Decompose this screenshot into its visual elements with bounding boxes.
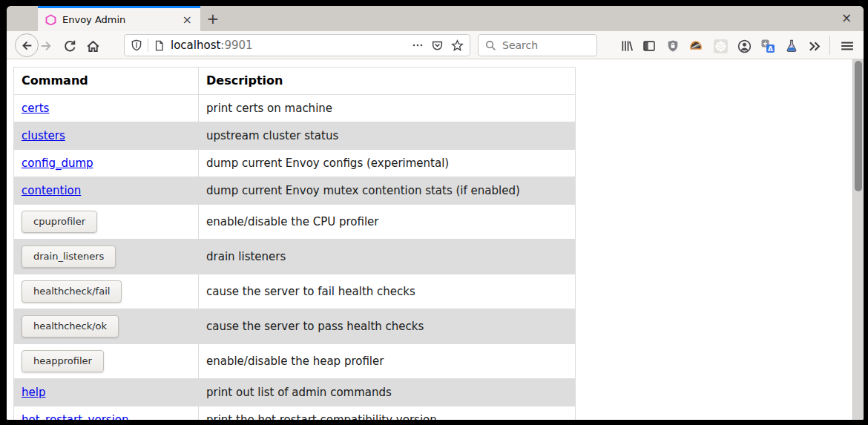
translate-extension-button[interactable]: A [760,38,776,54]
command-link[interactable]: contention [22,184,81,197]
vertical-scrollbar[interactable] [852,59,864,420]
page-actions-dots-icon[interactable] [412,39,424,51]
account-icon [737,39,752,53]
svg-text:A: A [768,45,773,53]
command-description: enable/disable the heap profiler [199,344,576,379]
command-column-header: Command [14,67,199,95]
forward-arrow-icon [39,39,53,53]
library-button[interactable] [619,38,635,54]
command-description: drain listeners [199,240,576,274]
admin-commands-table: Command Description certs print certs on… [13,67,576,420]
url-host: localhost [171,39,220,52]
navigation-toolbar: localhost:9901 [7,31,864,59]
experiments-extension-button[interactable] [783,38,800,54]
tab-close-icon[interactable]: × [180,14,194,26]
search-bar[interactable] [478,34,597,56]
reload-button[interactable] [62,38,78,54]
table-row: healthcheck/fail cause the server to fai… [14,274,576,309]
page-content: Command Description certs print certs on… [7,59,852,420]
home-icon [86,39,100,53]
account-button[interactable] [736,38,752,54]
command-button[interactable]: drain_listeners [22,246,116,268]
command-description: dump current Envoy configs (experimental… [199,150,576,177]
shield-lock-icon [666,39,680,53]
command-description: cause the server to pass health checks [199,309,576,344]
tab-envoy-admin[interactable]: Envoy Admin × [38,6,200,31]
shield-lock-extension-button[interactable] [665,38,681,54]
url-port: :9901 [220,39,252,52]
url-text[interactable]: localhost:9901 [171,39,412,52]
command-description: enable/disable the CPU profiler [199,205,576,240]
overflow-menu-button[interactable] [806,38,823,54]
command-link[interactable]: config_dump [22,157,93,170]
search-input[interactable] [502,39,584,51]
command-link[interactable]: hot_restart_version [22,413,129,420]
command-description: print out list of admin commands [199,379,576,406]
browser-window: Envoy Admin × + × [7,6,864,420]
table-row: drain_listeners drain listeners [14,240,576,274]
command-link[interactable]: help [22,386,45,399]
tab-bar: Envoy Admin × + × [7,6,864,31]
search-icon [485,40,496,51]
toolbar-divider [829,36,830,55]
pocket-icon[interactable] [431,39,444,52]
new-tab-button[interactable]: + [202,8,224,30]
tracking-shield-icon [131,39,142,51]
menu-button[interactable] [839,38,855,54]
table-row: cpuprofiler enable/disable the CPU profi… [14,205,576,240]
double-chevron-icon [808,39,822,53]
bookmark-star-icon[interactable] [451,39,464,52]
tab-title: Envoy Admin [62,14,180,25]
flower-extension-icon [713,39,729,54]
command-button[interactable]: healthcheck/ok [22,315,119,337]
translate-icon: A [760,39,775,53]
command-button[interactable]: healthcheck/fail [22,280,122,303]
table-row: clusters upstream cluster status [14,122,576,150]
command-button[interactable]: heapprofiler [22,350,104,372]
flower-extension-button[interactable] [712,38,729,54]
command-link[interactable]: clusters [22,129,65,142]
description-column-header: Description [199,67,576,95]
raccoon-extension-icon [688,39,703,53]
command-description: cause the server to fail health checks [199,274,576,309]
command-description: print certs on machine [199,95,576,122]
table-header-row: Command Description [14,67,576,95]
table-row: certs print certs on machine [14,95,576,122]
command-description: upstream cluster status [199,122,576,150]
window-close-icon[interactable]: × [837,6,856,31]
sidebar-button[interactable] [641,38,657,54]
privacy-extension-button[interactable] [688,38,704,54]
envoy-favicon-icon [45,14,56,25]
command-description: print the hot restart compatibility vers… [199,406,576,421]
url-bar[interactable]: localhost:9901 [124,34,470,56]
reload-icon [63,39,76,53]
back-arrow-icon [21,39,33,52]
command-button[interactable]: cpuprofiler [22,211,97,233]
table-row: contention dump current Envoy mutex cont… [14,177,576,205]
forward-button [38,38,54,54]
hamburger-icon [841,39,854,53]
table-row: healthcheck/ok cause the server to pass … [14,309,576,344]
flask-icon [784,39,799,53]
library-icon [620,39,634,53]
home-button[interactable] [85,38,101,54]
command-description: dump current Envoy mutex contention stat… [199,177,576,205]
table-row: hot_restart_version print the hot restar… [14,406,576,421]
table-row: config_dump dump current Envoy configs (… [14,150,576,177]
table-row: help print out list of admin commands [14,379,576,406]
urlbar-divider [148,39,148,52]
table-row: heapprofiler enable/disable the heap pro… [14,344,576,379]
page-info-icon[interactable] [154,40,165,51]
sidebar-icon [642,39,656,53]
command-link[interactable]: certs [22,102,49,115]
scrollbar-thumb[interactable] [855,61,862,191]
back-button[interactable] [15,33,39,57]
